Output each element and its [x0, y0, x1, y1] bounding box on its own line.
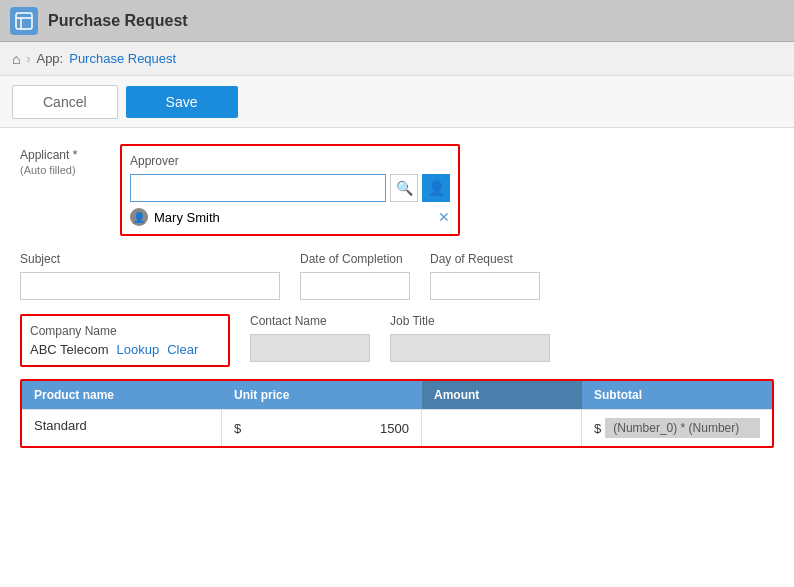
- subject-dates-row: Subject Date of Completion 09/18/2020 Da…: [20, 252, 774, 300]
- page-title: Purchase Request: [48, 12, 188, 30]
- job-title-group: Job Title: [390, 314, 550, 362]
- table-row: Standard $ 1500 $ (Number_0) * (Number): [22, 409, 772, 446]
- company-label: Company Name: [30, 324, 220, 338]
- date-completion-group: Date of Completion 09/18/2020: [300, 252, 410, 300]
- approver-chip: 👤 Mary Smith ✕: [130, 208, 450, 226]
- title-bar: Purchase Request: [0, 0, 794, 42]
- main-content: Applicant * (Auto filled) Approver 🔍 👤 👤…: [0, 128, 794, 587]
- subject-group: Subject: [20, 252, 280, 300]
- dollar-sign: $: [234, 421, 241, 436]
- price-value: 1500: [380, 421, 409, 436]
- col-header-subtotal: Subtotal: [582, 381, 772, 409]
- applicant-label-group: Applicant * (Auto filled): [20, 144, 100, 176]
- person-avatar: 👤: [130, 208, 148, 226]
- col-header-unit-price: Unit price: [222, 381, 422, 409]
- subject-label: Subject: [20, 252, 280, 266]
- lookup-link[interactable]: Lookup: [117, 342, 160, 357]
- products-table: Product name Unit price Amount Subtotal …: [20, 379, 774, 448]
- table-header: Product name Unit price Amount Subtotal: [22, 381, 772, 409]
- cell-amount: [422, 410, 582, 446]
- day-request-group: Day of Request 09/18/2020: [430, 252, 540, 300]
- applicant-sub-label: (Auto filled): [20, 164, 100, 176]
- approver-search-input[interactable]: [130, 174, 386, 202]
- contact-name-label: Contact Name: [250, 314, 370, 328]
- approver-input-row: 🔍 👤: [130, 174, 450, 202]
- applicant-approver-row: Applicant * (Auto filled) Approver 🔍 👤 👤…: [20, 144, 774, 236]
- date-completion-label: Date of Completion: [300, 252, 410, 266]
- contact-name-input: [250, 334, 370, 362]
- company-contact-row: Company Name ABC Telecom Lookup Clear Co…: [20, 314, 774, 367]
- approver-clear-icon[interactable]: ✕: [438, 209, 450, 225]
- person-icon: 👤: [428, 180, 445, 196]
- home-icon[interactable]: ⌂: [12, 51, 20, 67]
- breadcrumb-separator: ›: [26, 52, 30, 66]
- company-name-box: Company Name ABC Telecom Lookup Clear: [20, 314, 230, 367]
- approver-search-button[interactable]: 🔍: [390, 174, 418, 202]
- col-header-amount: Amount: [422, 381, 582, 409]
- day-request-input[interactable]: 09/18/2020: [430, 272, 540, 300]
- app-icon: [10, 7, 38, 35]
- day-request-label: Day of Request: [430, 252, 540, 266]
- breadcrumb-prefix: App:: [36, 51, 63, 66]
- contact-name-group: Contact Name: [250, 314, 370, 362]
- company-value-row: ABC Telecom Lookup Clear: [30, 342, 220, 357]
- job-title-label: Job Title: [390, 314, 550, 328]
- approver-person-button[interactable]: 👤: [422, 174, 450, 202]
- applicant-label: Applicant *: [20, 148, 100, 162]
- date-completion-input[interactable]: 09/18/2020: [300, 272, 410, 300]
- cancel-button[interactable]: Cancel: [12, 85, 118, 119]
- subtotal-dollar: $: [594, 421, 601, 436]
- cell-product-name: Standard: [22, 410, 222, 446]
- save-button[interactable]: Save: [126, 86, 238, 118]
- subtotal-formula: (Number_0) * (Number): [605, 418, 760, 438]
- approver-name: Mary Smith: [154, 210, 220, 225]
- company-name-value: ABC Telecom: [30, 342, 109, 357]
- subject-input[interactable]: [20, 272, 280, 300]
- cell-unit-price: $ 1500: [222, 410, 422, 446]
- toolbar: Cancel Save: [0, 76, 794, 128]
- clear-link[interactable]: Clear: [167, 342, 198, 357]
- cell-subtotal: $ (Number_0) * (Number): [582, 410, 772, 446]
- col-header-product: Product name: [22, 381, 222, 409]
- breadcrumb: ⌂ › App: Purchase Request: [0, 42, 794, 76]
- breadcrumb-link[interactable]: Purchase Request: [69, 51, 176, 66]
- approver-label: Approver: [130, 154, 450, 168]
- job-title-input: [390, 334, 550, 362]
- search-icon: 🔍: [396, 180, 413, 196]
- svg-rect-0: [16, 13, 32, 29]
- approver-box: Approver 🔍 👤 👤 Mary Smith ✕: [120, 144, 460, 236]
